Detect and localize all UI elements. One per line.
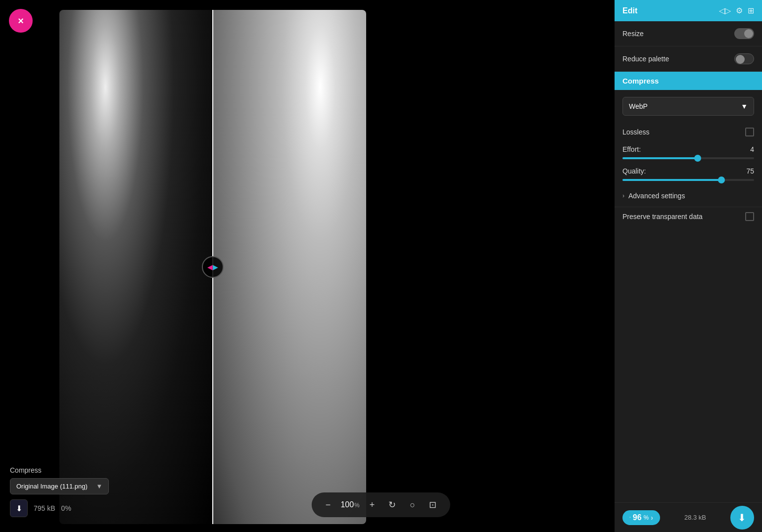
preserve-checkbox[interactable] bbox=[745, 212, 754, 221]
split-handle[interactable]: ◀ ▶ bbox=[202, 256, 224, 278]
file-dropdown-arrow: ▼ bbox=[96, 483, 102, 490]
panel-body: Resize Reduce palette Compress WebP ▼ Lo… bbox=[615, 21, 762, 532]
edit-title: Edit bbox=[622, 6, 637, 15]
preserve-transparent-row: Preserve transparent data bbox=[615, 207, 762, 226]
zombie-visual: ◀ ▶ bbox=[59, 10, 366, 524]
effort-label: Effort: bbox=[622, 145, 641, 153]
zoom-out-icon: − bbox=[326, 500, 331, 510]
lossless-label: Lossless bbox=[622, 128, 649, 136]
fit-icon: ○ bbox=[410, 500, 415, 510]
arrow-left-icon: ◀ bbox=[207, 263, 213, 271]
quality-number: 96 bbox=[633, 513, 642, 522]
reduce-palette-label: Reduce palette bbox=[622, 55, 669, 63]
format-dropdown-arrow: ▼ bbox=[741, 102, 748, 110]
download-small-icon: ⬇ bbox=[16, 504, 22, 513]
zoom-unit: % bbox=[354, 502, 360, 509]
advanced-settings-label: Advanced settings bbox=[628, 192, 685, 200]
compressed-size-label: 28.3 kB bbox=[684, 514, 706, 521]
expand-button[interactable]: ⊡ bbox=[425, 497, 440, 512]
effort-slider-row: Effort: 4 bbox=[615, 141, 762, 163]
reduce-palette-toggle[interactable] bbox=[734, 53, 754, 64]
reduce-palette-row: Reduce palette bbox=[615, 46, 762, 72]
effort-value: 4 bbox=[750, 145, 754, 153]
rotate-icon: ↻ bbox=[388, 499, 396, 510]
expand-icon: ⊡ bbox=[429, 499, 436, 510]
effort-label-row: Effort: 4 bbox=[622, 145, 754, 153]
advanced-settings-row[interactable]: › Advanced settings bbox=[615, 185, 762, 207]
bottom-toolbar: − 100% + ↻ ○ ⊡ bbox=[312, 492, 450, 517]
quality-slider-row: Quality: 75 bbox=[615, 163, 762, 185]
download-main-button[interactable]: ⬇ bbox=[730, 506, 754, 530]
close-icon: × bbox=[18, 15, 24, 27]
resize-row: Resize bbox=[615, 21, 762, 46]
file-info: ⬇ 795 kB 0% bbox=[10, 499, 109, 517]
quality-value: 75 bbox=[746, 167, 754, 175]
bottom-action-bar: · 96 % › 28.3 kB ⬇ bbox=[615, 502, 762, 532]
compress-section-label: Compress bbox=[10, 466, 109, 474]
format-dropdown[interactable]: WebP ▼ bbox=[622, 97, 754, 116]
edit-header-icons: ◁▷ ⚙ ⊞ bbox=[719, 6, 754, 15]
zoom-in-icon: + bbox=[370, 500, 375, 510]
arrow-right-icon: ▶ bbox=[213, 263, 218, 271]
image-preview-area: ◀ ▶ bbox=[0, 0, 524, 532]
fit-button[interactable]: ○ bbox=[406, 498, 419, 512]
preserve-label: Preserve transparent data bbox=[622, 213, 703, 221]
lossless-checkbox[interactable] bbox=[745, 128, 754, 136]
compress-section-header: Compress bbox=[615, 72, 762, 90]
quality-slider-fill bbox=[622, 179, 721, 181]
quality-label: Quality: bbox=[622, 167, 646, 175]
arrows-icon[interactable]: ◁▷ bbox=[719, 6, 731, 15]
file-selector[interactable]: Original Image (111.png) ▼ bbox=[10, 478, 109, 494]
effort-slider-track[interactable] bbox=[622, 157, 754, 159]
settings-icon[interactable]: ⚙ bbox=[736, 6, 743, 15]
bottom-left-panel: Compress Original Image (111.png) ▼ ⬇ 79… bbox=[10, 466, 109, 517]
zoom-out-button[interactable]: − bbox=[322, 498, 335, 512]
savings-badge: 0% bbox=[61, 504, 71, 512]
file-size-label: 795 kB bbox=[34, 504, 55, 512]
rotate-button[interactable]: ↻ bbox=[384, 497, 400, 512]
advanced-settings-arrow: › bbox=[622, 192, 624, 199]
file-name: Original Image (111.png) bbox=[16, 483, 88, 490]
image-left-side bbox=[59, 10, 213, 524]
image-right-side bbox=[213, 10, 366, 524]
quality-suffix: % bbox=[644, 514, 649, 521]
edit-header: Edit ◁▷ ⚙ ⊞ bbox=[615, 0, 762, 21]
quality-badge: · 96 % › bbox=[622, 510, 660, 525]
sliders-icon[interactable]: ⊞ bbox=[748, 6, 754, 15]
resize-toggle[interactable] bbox=[734, 28, 754, 39]
savings-unit: % bbox=[65, 504, 71, 512]
close-button[interactable]: × bbox=[9, 9, 33, 33]
quality-slider-track[interactable] bbox=[622, 179, 754, 181]
effort-slider-thumb[interactable] bbox=[694, 155, 701, 162]
effort-slider-fill bbox=[622, 157, 698, 159]
reduce-palette-toggle-knob bbox=[736, 55, 745, 64]
lossless-row: Lossless bbox=[615, 123, 762, 141]
quality-arrow: › bbox=[651, 514, 653, 522]
resize-label: Resize bbox=[622, 30, 644, 38]
right-panel: Edit ◁▷ ⚙ ⊞ Resize Reduce palette Compre… bbox=[615, 0, 762, 532]
format-label: WebP bbox=[629, 102, 648, 110]
zoom-in-button[interactable]: + bbox=[366, 498, 379, 512]
download-small-button[interactable]: ⬇ bbox=[10, 499, 28, 517]
quality-label-row: Quality: 75 bbox=[622, 167, 754, 175]
resize-toggle-knob bbox=[744, 29, 753, 38]
zoom-value: 100 bbox=[340, 500, 354, 509]
download-main-icon: ⬇ bbox=[738, 512, 746, 524]
quality-dot: · bbox=[629, 515, 631, 520]
quality-slider-thumb[interactable] bbox=[718, 177, 725, 183]
zoom-level: 100% bbox=[340, 500, 359, 509]
